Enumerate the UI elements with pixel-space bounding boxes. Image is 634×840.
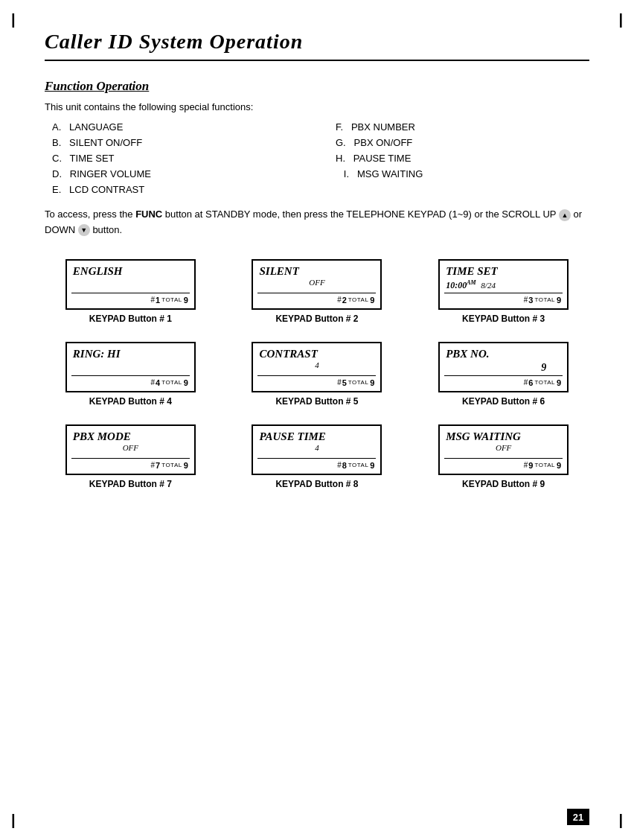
function-item-E: E. LCD CONTRAST [52,182,306,197]
keypad-box-4-title: RING: HI [73,348,188,360]
section-title: Function Operation [45,79,589,94]
keypad-box-8-bottom: # 8 TOTAL 9 [253,461,380,470]
keypad-box-5-sub: 4 [259,360,374,369]
keypad-box-7-bottom: # 7 TOTAL 9 [67,461,194,470]
scroll-down-icon: ▼ [78,224,90,236]
keypad-box-3: TIME SET 10:00AM 8/24 # 3 TOTAL 9 [438,259,569,310]
keypad-box-7-title: PBX MODE [73,430,188,443]
function-item-B: B. SILENT ON/OFF [52,136,306,150]
keypad-box-3-time: 10:00AM 8/24 [446,279,561,291]
keypad-item-3: TIME SET 10:00AM 8/24 # 3 TOTAL 9 KEYPAD… [417,259,589,324]
keypad-box-7: PBX MODE OFF # 7 TOTAL 9 [65,424,196,475]
keypad-item-2: SILENT OFF # 2 TOTAL 9 KEYPAD Button # 2 [231,259,403,324]
keypad-box-5-bottom: # 5 TOTAL 9 [253,378,380,387]
function-item-C: C. TIME SET [52,151,306,165]
keypad-item-4: RING: HI # 4 TOTAL 9 KEYPAD Button # 4 [45,342,217,407]
keypad-grid: ENGLISH # 1 TOTAL 9 KEYPAD Button # 1 SI… [45,259,589,489]
keypad-box-7-sub: OFF [73,443,188,452]
function-item-F: F. PBX NUMBER [336,120,589,134]
corner-mark-bl: | [11,812,16,829]
function-item-D: D. RINGER VOLUME [52,167,306,181]
keypad-label-4: KEYPAD Button # 4 [89,396,172,407]
keypad-box-1-title: ENGLISH [73,265,188,278]
keypad-item-5: CONTRAST 4 # 5 TOTAL 9 KEYPAD Button # 5 [231,342,403,407]
keypad-box-2: SILENT OFF # 2 TOTAL 9 [252,259,382,310]
keypad-box-3-bottom: # 3 TOTAL 9 [440,296,567,305]
keypad-box-6-value: 9 [446,362,561,374]
keypad-box-1: ENGLISH # 1 TOTAL 9 [65,259,196,310]
keypad-item-7: PBX MODE OFF # 7 TOTAL 9 KEYPAD Button #… [45,424,217,489]
keypad-box-5-title: CONTRAST [259,348,374,360]
keypad-label-6: KEYPAD Button # 6 [462,396,545,407]
keypad-label-9: KEYPAD Button # 9 [462,479,545,489]
keypad-box-1-bottom: # 1 TOTAL 9 [67,296,194,305]
keypad-box-8-title: PAUSE TIME [259,430,374,443]
intro-text: This unit contains the following special… [45,101,589,112]
keypad-item-6: PBX NO. 9 # 6 TOTAL 9 KEYPAD Button # 6 [417,342,589,407]
keypad-box-2-sub: OFF [259,278,374,287]
keypad-box-6-title: PBX NO. [446,348,561,360]
function-item-A: A. LANGUAGE [52,120,306,134]
function-item-I: I. MSG WAITING [336,167,589,181]
keypad-box-2-bottom: # 2 TOTAL 9 [253,296,380,305]
keypad-box-4-bottom: # 4 TOTAL 9 [67,378,194,387]
keypad-label-5: KEYPAD Button # 5 [275,396,358,407]
keypad-box-8-sub: 4 [259,443,374,452]
keypad-box-9-sub: OFF [446,443,561,452]
function-item-H: H. PAUSE TIME [336,151,589,165]
func-keyword: FUNC [135,209,162,220]
function-list: A. LANGUAGE F. PBX NUMBER B. SILENT ON/O… [45,120,589,197]
keypad-label-2: KEYPAD Button # 2 [275,314,358,324]
keypad-label-8: KEYPAD Button # 8 [275,479,358,489]
function-item-G: G. PBX ON/OFF [336,136,589,150]
keypad-box-4: RING: HI # 4 TOTAL 9 [65,342,196,392]
keypad-box-9-bottom: # 9 TOTAL 9 [440,461,567,470]
access-text: To access, press the FUNC button at STAN… [45,207,589,238]
keypad-item-9: MSG WAITING OFF # 9 TOTAL 9 KEYPAD Butto… [417,424,589,489]
corner-mark-br: | [618,812,623,829]
keypad-label-3: KEYPAD Button # 3 [462,314,545,324]
keypad-box-9-title: MSG WAITING [446,430,561,443]
keypad-box-2-title: SILENT [259,265,374,278]
function-item-empty [336,182,589,197]
keypad-item-8: PAUSE TIME 4 # 8 TOTAL 9 KEYPAD Button #… [231,424,403,489]
corner-mark-tl: | [11,11,16,28]
keypad-box-3-title: TIME SET [446,265,561,278]
keypad-box-9: MSG WAITING OFF # 9 TOTAL 9 [438,424,569,475]
keypad-box-8: PAUSE TIME 4 # 8 TOTAL 9 [252,424,382,475]
keypad-box-6-bottom: # 6 TOTAL 9 [440,378,567,387]
keypad-label-7: KEYPAD Button # 7 [89,479,172,489]
keypad-box-6: PBX NO. 9 # 6 TOTAL 9 [438,342,569,392]
corner-mark-tr: | [618,11,623,28]
page-title: Caller ID System Operation [45,30,589,54]
keypad-label-1: KEYPAD Button # 1 [89,314,172,324]
scroll-up-icon: ▲ [559,209,571,221]
keypad-box-5: CONTRAST 4 # 5 TOTAL 9 [252,342,382,392]
page-number: 21 [567,809,589,825]
keypad-item-1: ENGLISH # 1 TOTAL 9 KEYPAD Button # 1 [45,259,217,324]
